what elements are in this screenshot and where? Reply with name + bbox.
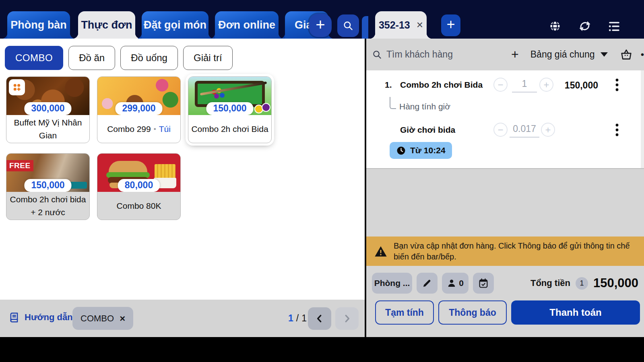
partial-order-tab[interactable]: [362, 16, 368, 39]
product-name-text: Combo 2h chơi Bida: [191, 123, 268, 136]
product-unit-link[interactable]: Túi: [159, 123, 171, 136]
category-chip-giai-tri[interactable]: Giải trí: [183, 46, 233, 70]
price-list-dropdown[interactable]: Bảng giá chung: [526, 49, 612, 60]
product-name: Buffet Mỹ Vị Nhân Gian: [6, 115, 89, 143]
provisional-bill-button[interactable]: Tạm tính: [375, 300, 434, 325]
customer-search-input[interactable]: [386, 49, 506, 60]
tab-thuc-don[interactable]: Thực đơn: [78, 11, 135, 39]
search-products-button[interactable]: [337, 14, 359, 37]
next-page-button[interactable]: [335, 307, 359, 330]
total-amount: 150,000: [593, 276, 638, 290]
calendar-check-icon: [478, 278, 489, 289]
tab-label: Thực đơn: [81, 19, 132, 31]
page-separator: /: [296, 313, 299, 324]
sync-icon: [578, 19, 592, 33]
product-card-buffet[interactable]: 300,000 Buffet Mỹ Vị Nhân Gian: [6, 76, 90, 143]
customer-search[interactable]: +: [366, 47, 526, 62]
pool-ball: [262, 103, 270, 112]
close-icon[interactable]: ×: [417, 19, 423, 31]
kebab-icon: [615, 78, 619, 92]
tree-connector: [390, 97, 396, 109]
product-grid: 300,000 Buffet Mỹ Vị Nhân Gian 299,000 C…: [6, 76, 360, 220]
chip-label: Đồ ăn: [79, 52, 105, 64]
timed-qty-increase-button[interactable]: +: [541, 123, 555, 137]
product-card-combo-80k[interactable]: 80,000 Combo 80K: [97, 153, 181, 220]
separator-dot: •: [154, 124, 156, 134]
category-chip-do-an[interactable]: Đồ ăn: [68, 46, 115, 70]
menu-footer-bar: Hướng dẫn COMBO × 1 / 1: [0, 300, 365, 337]
globe-button[interactable]: [547, 19, 563, 34]
product-name-text: Combo 80K: [117, 200, 161, 212]
new-order-button[interactable]: +: [441, 14, 460, 36]
guest-count-button[interactable]: 0: [442, 273, 469, 294]
minus-icon: −: [497, 125, 503, 135]
product-card-combo-2h-bida-nuoc[interactable]: FREE 150,000 Combo 2h chơi bida + 2 nước: [6, 153, 90, 220]
guide-label: Hướng dẫn: [25, 312, 73, 323]
category-chip-combo[interactable]: COMBO: [5, 46, 63, 70]
tab-don-online[interactable]: Đơn online: [215, 11, 279, 39]
order-line-list: 1. Combo 2h chơi Bida − 1 + 150,000 Hàng…: [366, 70, 644, 169]
sync-button[interactable]: [577, 19, 592, 34]
clock-icon: [396, 146, 406, 156]
pool-ball: [220, 93, 225, 98]
add-customer-button[interactable]: +: [510, 47, 520, 62]
guide-link[interactable]: Hướng dẫn: [8, 311, 73, 324]
product-card-combo-299[interactable]: 299,000 Combo 299 • Túi: [97, 76, 181, 143]
product-price: 80,000: [118, 179, 160, 192]
line-menu-button[interactable]: [615, 78, 619, 92]
notify-kitchen-button[interactable]: Thông báo: [438, 300, 507, 325]
pay-button[interactable]: Thanh toán: [511, 300, 640, 325]
plus-icon: +: [545, 125, 551, 135]
tab-phong-ban[interactable]: Phòng bàn: [7, 11, 70, 39]
book-icon: [8, 311, 20, 324]
tab-label: Đơn online: [218, 19, 275, 31]
more-options-button[interactable]: •••: [641, 49, 644, 60]
prev-page-button[interactable]: [308, 307, 331, 330]
tab-dat-goi-mon[interactable]: Đặt gọi món: [142, 11, 208, 39]
filter-chip-label: COMBO: [80, 313, 114, 324]
add-order-tab-button[interactable]: +: [309, 14, 332, 37]
product-image: 80,000: [97, 154, 180, 192]
start-time-label: Từ 10:24: [410, 146, 446, 155]
room-button[interactable]: Phòng ...: [372, 273, 412, 294]
product-name: Combo 80K: [97, 192, 180, 220]
timed-line-menu-button[interactable]: [615, 123, 619, 137]
order-tab-352-13[interactable]: 352-13 ×: [375, 11, 427, 39]
pagination: 1 / 1: [288, 313, 307, 324]
pos-screen: Phòng bàn Thực đơn Đặt gọi món Đơn onlin…: [0, 0, 644, 362]
line-index: 1.: [385, 80, 392, 90]
edit-note-button[interactable]: [417, 273, 438, 294]
plus-icon: +: [316, 16, 325, 33]
basket-button[interactable]: [612, 48, 641, 62]
plus-icon: +: [446, 17, 455, 32]
order-footer: Phòng ... 0: [366, 266, 644, 337]
total-label: Tổng tiền: [530, 278, 570, 288]
tab-label: Đặt gọi món: [144, 19, 206, 31]
globe-icon: [548, 19, 562, 33]
total-qty-badge: 1: [576, 277, 588, 290]
qty-increase-button[interactable]: +: [539, 78, 553, 92]
product-image: 299,000: [97, 77, 180, 115]
qty-input[interactable]: 1: [512, 78, 537, 93]
active-filter-chip[interactable]: COMBO ×: [72, 307, 133, 330]
reservation-button[interactable]: [473, 273, 494, 294]
timed-qty-decrease-button[interactable]: −: [493, 123, 508, 137]
page-current: 1: [288, 313, 293, 324]
chevron-left-icon: [314, 313, 325, 324]
category-chips: COMBO Đồ ăn Đồ uống Giải trí: [5, 46, 233, 70]
product-image: 150,000: [188, 77, 271, 115]
guest-count: 0: [459, 278, 464, 288]
category-chip-do-uong[interactable]: Đồ uống: [120, 46, 178, 70]
person-icon: [447, 278, 456, 288]
start-time-chip[interactable]: Từ 10:24: [390, 142, 452, 159]
line-name: Combo 2h chơi Bida: [400, 80, 483, 90]
order-list-button[interactable]: [606, 19, 622, 34]
close-icon[interactable]: ×: [120, 313, 125, 324]
qty-decrease-button[interactable]: −: [493, 78, 508, 92]
kitchen-warning-banner: Bạn vừa cập nhật đơn hàng. Click Thông b…: [366, 237, 644, 266]
order-total: Tổng tiền 1 150,000: [530, 276, 638, 290]
timed-qty-input[interactable]: 0.017: [510, 123, 539, 138]
product-card-combo-2h-bida[interactable]: 150,000 Combo 2h chơi Bida: [188, 76, 272, 143]
bottom-bezel: [0, 337, 644, 362]
scrollbar[interactable]: [641, 70, 644, 168]
